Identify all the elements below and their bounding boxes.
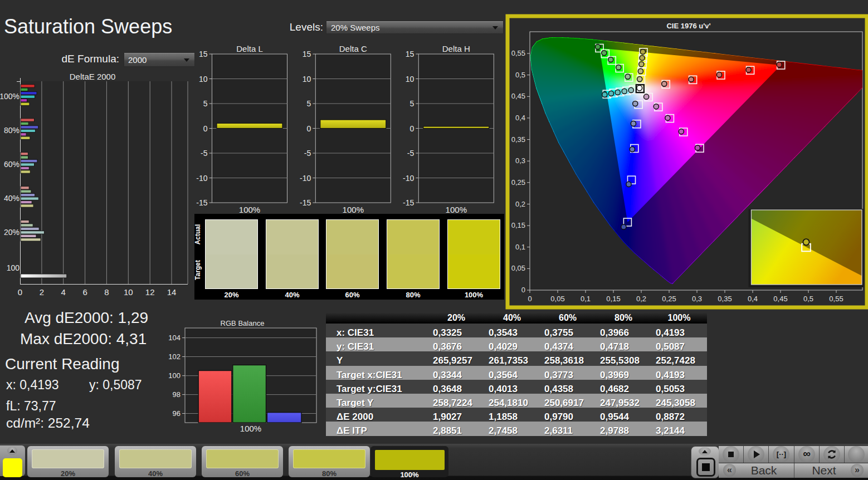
svg-text:0,55: 0,55 (511, 49, 525, 57)
svg-text:-15: -15 (403, 198, 414, 207)
svg-text:0: 0 (521, 286, 525, 294)
svg-text:0,25: 0,25 (511, 178, 525, 187)
svg-text:CIE 1976 u'v': CIE 1976 u'v' (666, 22, 710, 30)
svg-text:0,05: 0,05 (511, 264, 525, 272)
svg-text:96: 96 (173, 409, 181, 418)
svg-text:5: 5 (203, 99, 208, 108)
svg-text:Delta H: Delta H (442, 44, 470, 53)
svg-text:0,45: 0,45 (511, 92, 525, 100)
svg-text:60%: 60% (4, 160, 19, 169)
svg-text:15: 15 (303, 50, 311, 58)
svg-text:15: 15 (406, 50, 415, 58)
svg-text:0,4: 0,4 (748, 295, 758, 303)
svg-text:0,3: 0,3 (692, 295, 702, 303)
svg-text:RGB Balance: RGB Balance (221, 319, 265, 327)
svg-text:104: 104 (168, 334, 181, 342)
svg-text:10: 10 (199, 75, 208, 84)
svg-text:0,2: 0,2 (515, 200, 525, 208)
svg-text:-15: -15 (300, 198, 311, 207)
svg-text:0,1: 0,1 (515, 243, 525, 251)
svg-text:0,3: 0,3 (515, 156, 525, 165)
svg-text:0,15: 0,15 (511, 221, 525, 229)
svg-text:10: 10 (303, 75, 311, 84)
svg-text:10: 10 (406, 75, 415, 84)
svg-text:98: 98 (173, 390, 181, 399)
svg-text:8: 8 (104, 287, 109, 297)
svg-text:5: 5 (307, 99, 311, 108)
svg-text:0,35: 0,35 (718, 295, 732, 303)
svg-text:0: 0 (203, 124, 208, 133)
svg-text:-10: -10 (196, 174, 207, 183)
svg-text:-10: -10 (403, 174, 414, 183)
svg-text:Delta L: Delta L (236, 44, 263, 53)
svg-text:100%: 100% (343, 205, 364, 214)
svg-text:DeltaE 2000: DeltaE 2000 (70, 72, 116, 81)
svg-text:-15: -15 (196, 198, 207, 207)
svg-text:80%: 80% (4, 126, 19, 135)
svg-text:0: 0 (528, 295, 531, 303)
svg-text:102: 102 (168, 352, 181, 361)
svg-text:-5: -5 (407, 149, 415, 158)
svg-text:100%: 100% (239, 205, 260, 214)
svg-text:12: 12 (145, 287, 155, 297)
svg-text:2: 2 (40, 287, 44, 297)
svg-text:0,1: 0,1 (581, 295, 591, 303)
svg-text:-5: -5 (304, 149, 311, 158)
svg-text:100: 100 (168, 371, 181, 380)
svg-text:0,5: 0,5 (803, 295, 813, 303)
svg-text:100: 100 (7, 263, 20, 272)
svg-text:40%: 40% (4, 194, 19, 203)
svg-text:0: 0 (307, 124, 311, 133)
svg-text:4: 4 (61, 287, 66, 297)
svg-text:0,5: 0,5 (515, 71, 525, 79)
svg-text:0,35: 0,35 (511, 135, 525, 144)
svg-text:-5: -5 (201, 149, 208, 158)
svg-text:100%: 100% (446, 205, 467, 214)
svg-text:20%: 20% (4, 228, 19, 237)
svg-text:0,55: 0,55 (829, 295, 843, 303)
svg-text:14: 14 (167, 287, 177, 297)
svg-text:100%: 100% (240, 424, 261, 433)
svg-text:6: 6 (82, 287, 87, 297)
svg-text:Delta C: Delta C (339, 44, 367, 53)
svg-text:15: 15 (199, 50, 208, 58)
svg-text:0: 0 (18, 287, 22, 297)
svg-text:-10: -10 (300, 174, 311, 183)
svg-text:0,25: 0,25 (662, 295, 676, 303)
svg-text:0,2: 0,2 (636, 295, 646, 303)
svg-text:0: 0 (410, 124, 415, 133)
svg-text:0,45: 0,45 (773, 295, 787, 303)
svg-text:10: 10 (124, 287, 133, 297)
svg-text:100%: 100% (0, 92, 19, 101)
svg-text:0,4: 0,4 (515, 114, 525, 122)
svg-text:5: 5 (410, 99, 415, 108)
svg-text:0,05: 0,05 (550, 295, 564, 303)
svg-text:0,15: 0,15 (606, 295, 620, 303)
